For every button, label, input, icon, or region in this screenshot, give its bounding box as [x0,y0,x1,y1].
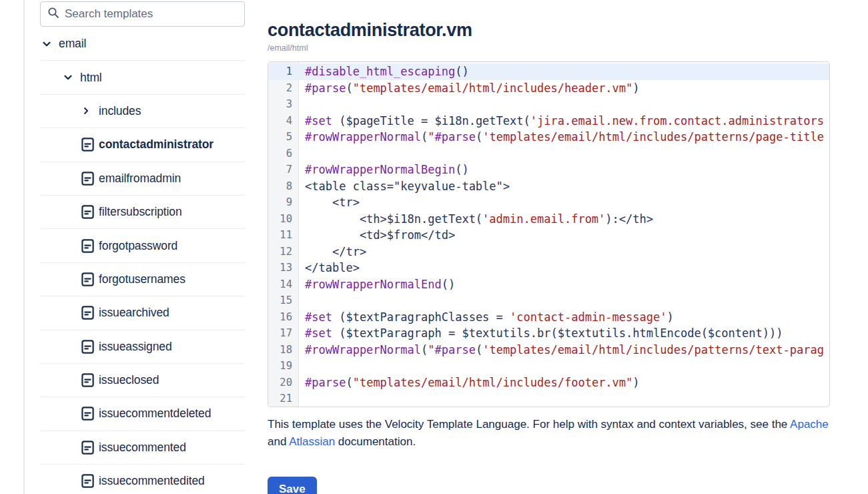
sidebar-item-label: includes [99,104,141,118]
apache-link[interactable]: Apache [790,418,829,431]
sidebar-item-label: issueassigned [99,340,172,354]
editor-main: contactadministrator.vm /email/html 1#di… [268,0,830,494]
code-line-content [299,358,829,375]
help-text-segment: documentation. [335,435,416,448]
sidebar-item-label: emailfromadmin [99,172,181,186]
sidebar-item-label: issuecommentedited [99,474,205,488]
sidebar-item-label: issueclosed [99,373,159,387]
file-path: /email/html [268,43,830,53]
line-number: 17 [268,325,299,342]
line-number: 4 [268,113,299,130]
line-number: 11 [268,227,299,244]
line-number: 1 [268,63,299,80]
sidebar-item-emailfromadmin[interactable]: emailfromadmin [40,162,245,196]
sidebar-item-issuecommented[interactable]: issuecommented [40,431,245,465]
line-number: 21 [268,391,299,407]
search-input[interactable] [65,7,238,21]
search-templates-box[interactable] [40,1,245,27]
sidebar-item-contactadministrator[interactable]: contactadministrator [40,128,245,162]
code-line: 13</table> [268,260,829,276]
sidebar-item-issueclosed[interactable]: issueclosed [40,364,245,397]
line-number: 2 [268,80,299,97]
line-number: 13 [268,260,299,276]
line-number: 15 [268,292,299,309]
code-line-content: #rowWrapperNormalEnd() [299,276,829,293]
file-icon [81,205,99,219]
code-line-content: #set ($textParagraphClasses = 'contact-a… [299,309,829,326]
sidebar-item-issuearchived[interactable]: issuearchived [40,296,245,330]
code-line: 15 [268,292,829,309]
file-icon [81,138,99,152]
chevron-down-icon[interactable] [63,72,80,83]
sidebar-item-label: issuearchived [99,306,169,320]
code-line-content [299,146,829,162]
sidebar-item-label: forgotpassword [99,239,177,253]
help-text-segment: This template uses the Velocity Template… [268,418,790,431]
help-text-segment: and [268,435,289,448]
code-line-content: #rowWrapperNormal("#parse('templates/ema… [299,342,829,358]
code-line-content [299,292,829,309]
line-number: 7 [268,162,299,178]
code-line-content: #rowWrapperNormalBegin() [299,162,829,178]
sidebar-item-html[interactable]: html [40,61,245,94]
line-number: 20 [268,375,299,391]
sidebar-item-issueassigned[interactable]: issueassigned [40,330,245,364]
sidebar-item-email[interactable]: email [40,27,245,61]
sidebar-item-forgotpassword[interactable]: forgotpassword [40,229,245,262]
code-line: 20#parse("templates/email/html/includes/… [268,375,829,391]
line-number: 18 [268,342,299,358]
code-line: 21 [268,391,829,407]
sidebar-item-label: issuecommentdeleted [99,407,211,421]
panel-divider [23,0,25,494]
line-number: 16 [268,309,299,326]
code-line-content: </tr> [299,244,829,260]
code-line-content: #disable_html_escaping() [299,63,829,80]
atlassian-link[interactable]: Atlassian [289,435,335,448]
code-line-content [299,96,829,113]
code-line: 9 <tr> [268,194,829,211]
code-line-content: <td>$from</td> [299,227,829,244]
code-line-content: #set ($pageTitle = $i18n.getText('jira.e… [299,113,829,130]
line-number: 6 [268,146,299,162]
sidebar-item-includes[interactable]: includes [40,95,245,128]
code-line-content: #rowWrapperNormal("#parse('templates/ema… [299,129,829,146]
sidebar-item-issuecommentedited[interactable]: issuecommentedited [40,465,245,494]
page-title: contactadministrator.vm [268,20,830,41]
file-icon [81,272,99,286]
code-line: 2#parse("templates/email/html/includes/h… [268,80,829,97]
code-line: 5#rowWrapperNormal("#parse('templates/em… [268,129,829,146]
code-line: 11 <td>$from</td> [268,227,829,244]
line-number: 10 [268,211,299,228]
line-number: 9 [268,194,299,211]
code-line-content: <table class="keyvalue-table"> [299,178,829,195]
line-number: 19 [268,358,299,375]
sidebar-item-label: issuecommented [99,441,186,455]
line-number: 14 [268,276,299,293]
code-line-content: <tr> [299,194,829,211]
chevron-right-icon[interactable] [81,106,99,115]
file-icon [81,172,99,186]
file-icon [81,373,99,387]
code-line-content: <th>$i18n.getText('admin.email.from'):</… [299,211,829,228]
code-line: 14#rowWrapperNormalEnd() [268,276,829,293]
sidebar-item-issuecommentdeleted[interactable]: issuecommentdeleted [40,397,245,431]
sidebar-item-label: email [59,37,86,51]
file-icon [81,441,99,455]
save-button[interactable]: Save [268,477,317,494]
code-line: 6 [268,146,829,162]
sidebar-item-filtersubscription[interactable]: filtersubscription [40,196,245,229]
code-line: 10 <th>$i18n.getText('admin.email.from')… [268,211,829,228]
search-icon [47,7,59,21]
code-editor[interactable]: 1#disable_html_escaping()2#parse("templa… [268,61,830,407]
code-line-content [299,391,829,407]
template-tree: emailhtmlincludescontactadministratorema… [40,27,245,494]
sidebar-item-label: html [80,71,102,85]
file-icon [81,306,99,320]
chevron-down-icon[interactable] [41,39,59,49]
line-number: 3 [268,96,299,113]
code-line: 19 [268,358,829,375]
sidebar-item-forgotusernames[interactable]: forgotusernames [40,263,245,296]
line-number: 12 [268,244,299,260]
code-line-content: #set ($textParagraph = $textutils.br($te… [299,325,829,342]
code-line-content: #parse("templates/email/html/includes/he… [299,80,829,97]
